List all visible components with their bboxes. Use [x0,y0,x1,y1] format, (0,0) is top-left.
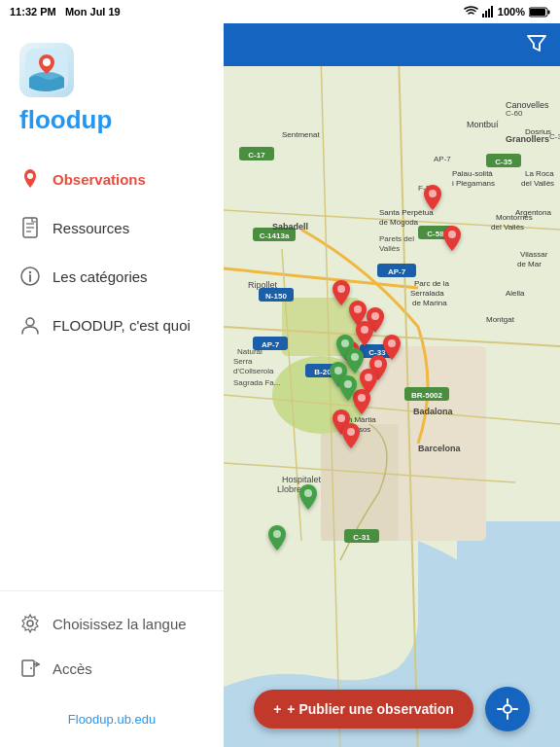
svg-text:Sagrada Fa...: Sagrada Fa... [233,378,280,387]
map-pin[interactable] [267,525,287,556]
locate-icon [496,697,519,721]
svg-text:Serra: Serra [233,357,253,366]
sidebar-item-resources[interactable]: Ressources [0,203,224,252]
map-header [224,23,560,66]
svg-text:Dosrius: Dosrius [525,127,551,136]
svg-text:AP-7: AP-7 [262,340,280,349]
svg-point-113 [351,353,359,361]
svg-point-109 [358,394,366,402]
svg-text:AP-7: AP-7 [388,267,406,276]
bottom-nav: Choisissez la langue Accès [0,590,224,700]
publish-label: + Publier une observation [287,701,454,717]
svg-text:Vilassar: Vilassar [520,250,548,259]
nav-items: Observations Ressources [0,155,224,590]
categories-label: Les catégories [52,268,148,285]
map-pin[interactable] [341,423,361,454]
app-name: floodup [19,105,112,135]
svg-text:C-31: C-31 [353,533,370,542]
svg-point-9 [43,58,51,66]
svg-text:Vallès: Vallès [379,244,400,253]
svg-rect-20 [22,660,34,676]
website-link[interactable]: Floodup.ub.edu [68,712,156,727]
svg-point-99 [448,231,456,238]
filter-svg [527,34,546,52]
svg-point-110 [337,414,345,422]
svg-rect-6 [548,10,550,14]
locate-button[interactable] [485,687,530,731]
svg-point-111 [347,428,355,436]
map-pin[interactable] [423,185,442,216]
access-icon [19,658,41,679]
svg-text:C-17: C-17 [248,151,265,160]
map-pin[interactable] [338,375,358,407]
document-icon [21,217,39,238]
svg-point-17 [29,271,31,273]
svg-rect-3 [491,6,493,18]
svg-point-112 [341,339,349,347]
svg-rect-0 [482,14,484,18]
map-svg: C-17 C-1413a N-150 AP-7 B-20 C-33 AP-7 [224,66,560,747]
door-icon [20,659,40,677]
svg-text:de Mar: de Mar [517,260,542,268]
svg-text:Montgat: Montgat [486,315,515,324]
svg-point-102 [354,305,362,313]
svg-text:C-1413a: C-1413a [260,231,290,240]
map-pin[interactable] [442,226,462,257]
access-label: Accès [52,660,92,677]
sidebar-item-categories[interactable]: Les catégories [0,252,224,301]
language-icon [19,613,41,634]
gear-icon [20,614,40,633]
status-icons: 100% [464,6,550,18]
map-pin[interactable] [298,484,318,516]
svg-text:Parc de la: Parc de la [414,279,450,288]
logo-svg [25,49,68,91]
svg-text:Ripollet: Ripollet [248,280,278,290]
signal-icon [482,6,494,18]
svg-point-107 [374,360,382,368]
svg-text:Argentona: Argentona [515,208,551,217]
resources-label: Ressources [52,220,129,236]
svg-rect-1 [485,11,487,18]
svg-point-115 [344,380,352,388]
app-logo [19,43,74,97]
resources-icon [19,217,41,238]
svg-marker-23 [528,36,545,51]
svg-text:La Roca: La Roca [525,169,554,178]
person-icon [20,315,40,335]
observations-label: Observations [52,171,146,188]
access-item[interactable]: Accès [0,646,224,691]
svg-text:Montbuí: Montbuí [467,120,499,129]
svg-rect-2 [488,9,490,18]
svg-text:C-60: C-60 [506,109,523,118]
map-controls: + + Publier une observation [224,687,560,731]
about-icon [19,314,41,336]
svg-text:AP-7: AP-7 [434,155,451,163]
svg-text:Palau-solità: Palau-solità [452,169,493,178]
svg-text:d'Collserola: d'Collserola [233,367,274,375]
map-area: C-17 C-1413a N-150 AP-7 B-20 C-33 AP-7 [224,23,560,747]
svg-point-101 [337,285,345,293]
publish-icon: + [273,701,281,717]
sidebar-item-observations[interactable]: Observations [0,155,224,203]
website-link-area: Floodup.ub.edu [0,700,224,747]
filter-icon[interactable] [527,34,546,56]
svg-text:de Mogoda: de Mogoda [379,218,419,227]
map-background: C-17 C-1413a N-150 AP-7 B-20 C-33 AP-7 [224,66,560,747]
svg-point-114 [334,367,342,374]
publish-button[interactable]: + + Publier une observation [254,690,473,729]
svg-point-19 [27,621,33,626]
svg-point-10 [27,173,33,179]
battery-icon: 100% [498,6,525,18]
info-icon [20,267,40,286]
sidebar-item-about[interactable]: FLOODUP, c'est quoi [0,301,224,349]
svg-point-116 [304,489,312,497]
svg-text:Alella: Alella [506,289,525,298]
svg-text:Serralada: Serralada [410,289,444,298]
status-time: 11:32 PM Mon Jul 19 [10,6,121,18]
svg-text:Natural: Natural [237,347,262,356]
observations-icon [19,168,41,190]
language-item[interactable]: Choisissez la langue [0,601,224,646]
svg-point-105 [388,339,396,347]
svg-point-22 [30,667,32,669]
categories-icon [19,266,41,287]
